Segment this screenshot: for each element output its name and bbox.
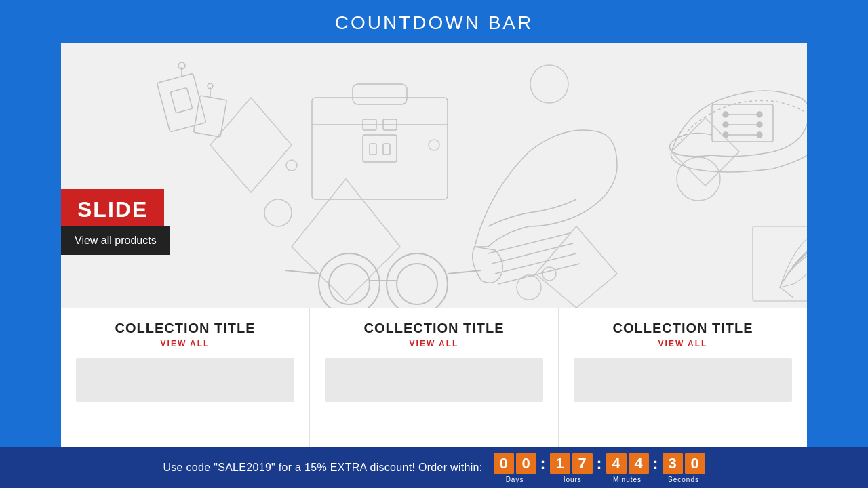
collection-image-3 <box>574 358 792 402</box>
minutes-digit-1: 4 <box>606 453 627 474</box>
minutes-digit-2: 4 <box>629 453 649 474</box>
countdown-text: Use code "SALE2019" for a 15% EXTRA disc… <box>163 462 482 474</box>
collection-view-all-1[interactable]: VIEW ALL <box>161 339 210 348</box>
separator-1: : <box>540 454 546 473</box>
seconds-digit-1: 3 <box>663 453 683 474</box>
main-container: SLIDE View all products COLLECTION TITLE… <box>61 43 807 488</box>
days-digit-1: 0 <box>494 453 514 474</box>
days-label: Days <box>506 476 524 483</box>
minutes-digits: 4 4 <box>606 453 649 474</box>
countdown-timer: 0 0 Days : 1 7 Hours : 4 4 Minutes : <box>494 453 705 483</box>
hours-digit-2: 7 <box>572 453 593 474</box>
seconds-digit-2: 0 <box>685 453 705 474</box>
minutes-group: 4 4 Minutes <box>606 453 649 483</box>
hero-area: SLIDE View all products <box>61 43 807 308</box>
days-group: 0 0 Days <box>494 453 536 483</box>
collection-view-all-2[interactable]: VIEW ALL <box>410 339 459 348</box>
collection-view-all-3[interactable]: VIEW ALL <box>658 339 708 348</box>
hours-group: 1 7 Hours <box>550 453 593 483</box>
countdown-bar: Use code "SALE2019" for a 15% EXTRA disc… <box>0 447 868 488</box>
seconds-digits: 3 0 <box>663 453 705 474</box>
hero-background-svg <box>61 43 807 308</box>
page-title: COUNTDOWN BAR <box>335 0 534 43</box>
seconds-group: 3 0 Seconds <box>663 453 705 483</box>
view-all-products-button[interactable]: View all products <box>61 226 170 255</box>
minutes-label: Minutes <box>613 476 642 483</box>
collection-title-2: COLLECTION TITLE <box>363 321 504 336</box>
collection-image-1 <box>76 358 294 402</box>
collection-title-1: COLLECTION TITLE <box>115 321 255 336</box>
collection-image-2 <box>325 358 543 402</box>
slide-label: SLIDE <box>61 189 164 230</box>
hours-digits: 1 7 <box>550 453 593 474</box>
separator-3: : <box>653 454 658 473</box>
days-digits: 0 0 <box>494 453 536 474</box>
separator-2: : <box>597 454 602 473</box>
days-digit-2: 0 <box>516 453 536 474</box>
seconds-label: Seconds <box>668 476 699 483</box>
hours-label: Hours <box>560 476 582 483</box>
collection-title-3: COLLECTION TITLE <box>612 321 753 336</box>
hours-digit-1: 1 <box>550 453 570 474</box>
